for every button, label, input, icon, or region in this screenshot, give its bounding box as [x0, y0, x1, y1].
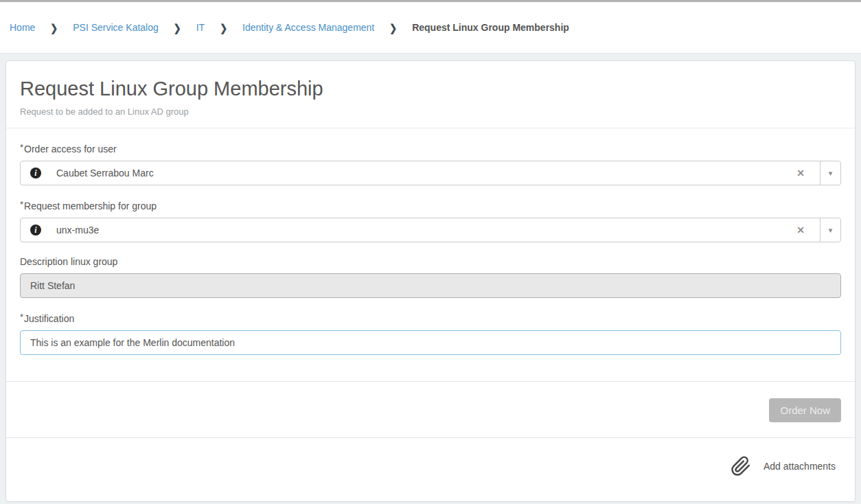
form-area: *Order access for user i Caubet Serrabou… [6, 128, 855, 381]
paperclip-icon[interactable] [731, 456, 751, 477]
user-combobox[interactable]: i Caubet Serrabou Marc ✕ ▾ [20, 161, 841, 185]
required-marker: * [20, 199, 23, 209]
breadcrumb-it[interactable]: IT [196, 22, 205, 33]
card-header: Request Linux Group Membership Request t… [6, 61, 855, 128]
breadcrumb-current-page: Request Linux Group Membership [412, 22, 569, 33]
group-combobox-main[interactable]: i unx-mu3e ✕ [21, 218, 820, 242]
field-group-user: *Order access for user i Caubet Serrabou… [20, 142, 841, 185]
page-subtitle: Request to be added to an Linux AD group [20, 106, 841, 117]
breadcrumb-home[interactable]: Home [10, 22, 35, 33]
group-clear-icon[interactable]: ✕ [788, 225, 813, 235]
request-form-card: Request Linux Group Membership Request t… [5, 60, 856, 502]
add-attachments-label[interactable]: Add attachments [764, 461, 836, 472]
chevron-down-icon: ▾ [829, 169, 833, 178]
group-combobox[interactable]: i unx-mu3e ✕ ▾ [20, 218, 841, 242]
page-title: Request Linux Group Membership [20, 76, 841, 101]
group-selected-value: unx-mu3e [56, 225, 788, 236]
breadcrumb: Home ❯ PSI Service Katalog ❯ IT ❯ Identi… [0, 2, 861, 54]
user-dropdown-toggle[interactable]: ▾ [820, 161, 840, 185]
info-icon: i [30, 168, 41, 179]
group-dropdown-toggle[interactable]: ▾ [820, 218, 840, 242]
attachments-section[interactable]: Add attachments [6, 437, 855, 501]
user-selected-value: Caubet Serrabou Marc [56, 168, 788, 179]
field-group-description: Description linux group [20, 256, 841, 298]
justification-input[interactable] [20, 330, 841, 355]
breadcrumb-identity-access-management[interactable]: Identity & Access Management [242, 22, 374, 33]
description-field [20, 273, 841, 298]
required-marker: * [20, 312, 23, 322]
chevron-right-icon: ❯ [220, 21, 227, 33]
field-group-group: *Request membership for group i unx-mu3e… [20, 199, 841, 242]
justification-field-label: *Justification [20, 312, 841, 324]
description-field-label: Description linux group [20, 256, 841, 267]
breadcrumb-psi-service-katalog[interactable]: PSI Service Katalog [73, 22, 159, 33]
required-marker: * [20, 142, 23, 152]
user-combobox-main[interactable]: i Caubet Serrabou Marc ✕ [21, 161, 820, 185]
order-section: Order Now [6, 381, 855, 437]
chevron-down-icon: ▾ [829, 226, 833, 235]
chevron-right-icon: ❯ [174, 21, 181, 33]
info-icon: i [30, 225, 41, 236]
user-clear-icon[interactable]: ✕ [788, 168, 813, 178]
chevron-right-icon: ❯ [50, 21, 58, 33]
group-field-label: *Request membership for group [20, 199, 841, 211]
field-group-justification: *Justification [20, 312, 841, 355]
order-now-button[interactable]: Order Now [769, 398, 841, 422]
user-field-label: *Order access for user [20, 142, 841, 154]
chevron-right-icon: ❯ [389, 21, 397, 33]
